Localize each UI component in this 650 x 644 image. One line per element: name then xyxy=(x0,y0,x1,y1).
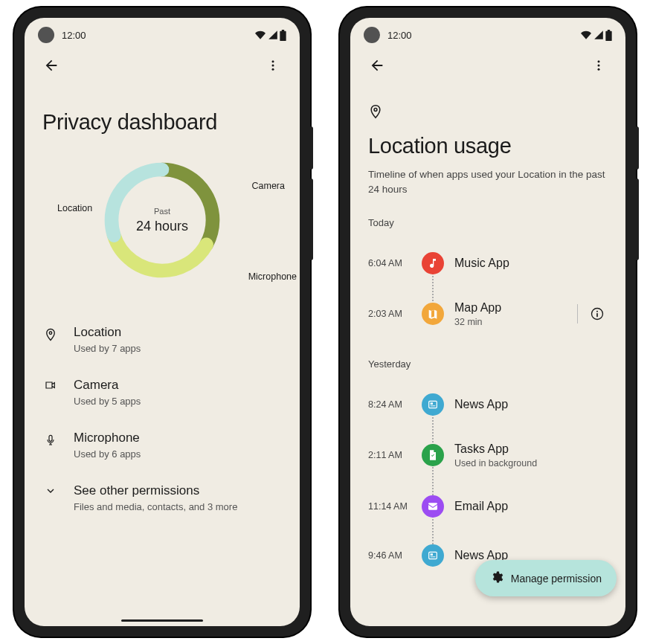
timeline-app-name: Tasks App xyxy=(454,442,608,456)
timeline-app-sub: 32 min xyxy=(454,317,565,327)
app-icon-email xyxy=(422,495,444,518)
overflow-menu-button[interactable] xyxy=(260,52,286,79)
home-indicator[interactable] xyxy=(121,619,203,622)
news-icon xyxy=(427,550,439,561)
overflow-menu-button[interactable] xyxy=(585,52,612,79)
app-icon-news xyxy=(422,393,444,416)
manage-permission-label: Manage permission xyxy=(511,573,602,585)
phone-side-button xyxy=(636,178,639,260)
app-icon-news xyxy=(422,544,444,567)
timeline-row-music[interactable]: 6:04 AM Music App xyxy=(368,248,608,279)
timeline-time: 6:04 AM xyxy=(368,258,411,268)
permission-row-microphone[interactable]: Microphone Used by 6 apps xyxy=(42,419,282,471)
svg-point-2 xyxy=(272,68,274,71)
back-button[interactable] xyxy=(38,52,65,79)
timeline-row-tasks[interactable]: 2:11 AM Tasks App Used in background xyxy=(368,438,608,473)
page-subtitle: Timeline of when apps used your Location… xyxy=(368,167,608,198)
timeline-app-name: Music App xyxy=(454,257,608,270)
status-bar: 12:00 xyxy=(350,18,625,48)
timeline-time: 2:03 AM xyxy=(368,309,411,319)
section-header-yesterday: Yesterday xyxy=(368,358,608,370)
chart-label-location: Location xyxy=(57,203,92,213)
phone-side-button xyxy=(310,126,313,170)
camera-icon xyxy=(42,378,59,391)
chevron-down-icon xyxy=(42,483,59,497)
svg-rect-13 xyxy=(596,313,598,317)
chart-center-value: 24 hours xyxy=(136,219,188,234)
music-note-icon xyxy=(427,257,439,269)
divider xyxy=(577,304,578,323)
signal-icon xyxy=(268,30,278,40)
more-vert-icon xyxy=(592,59,605,72)
phone-location-usage: 12:00 Location usage Timeline of when ap… xyxy=(340,7,636,637)
svg-point-10 xyxy=(374,109,377,112)
timeline-row-map[interactable]: 2:03 AM Map App 32 min xyxy=(368,297,608,332)
permission-row-camera[interactable]: Camera Used by 5 apps xyxy=(42,366,282,419)
more-vert-icon xyxy=(266,59,280,72)
phone-side-button xyxy=(310,178,313,260)
timeline-row-email[interactable]: 11:14 AM Email App xyxy=(368,491,608,522)
svg-rect-20 xyxy=(431,556,436,557)
row-title: See other permissions xyxy=(74,483,237,498)
app-icon-map xyxy=(422,303,444,325)
timeline-time: 9:46 AM xyxy=(368,550,411,561)
svg-rect-16 xyxy=(431,405,436,406)
wifi-icon xyxy=(254,30,266,40)
status-avatar xyxy=(38,27,54,43)
signal-icon xyxy=(593,30,604,40)
svg-rect-15 xyxy=(431,402,433,405)
svg-point-9 xyxy=(598,68,600,71)
row-title: Microphone xyxy=(74,431,141,445)
svg-point-8 xyxy=(598,65,600,67)
app-icon-music xyxy=(422,252,444,274)
timeline-time: 11:14 AM xyxy=(368,501,411,512)
news-icon xyxy=(427,399,439,410)
battery-icon xyxy=(280,30,286,41)
timeline-app-name: Map App xyxy=(454,301,565,315)
timeline-time: 8:24 AM xyxy=(368,399,411,410)
arrow-back-icon xyxy=(369,57,385,74)
phone-privacy-dashboard: 12:00 Privacy d xyxy=(14,7,310,637)
timeline-row-news[interactable]: 8:24 AM News App xyxy=(368,389,608,420)
app-bar xyxy=(350,48,625,83)
usage-donut-chart: Camera Location Microphone Past 24 hours xyxy=(42,157,282,283)
chart-label-microphone: Microphone xyxy=(248,271,297,282)
status-avatar xyxy=(364,27,380,43)
app-icon-tasks xyxy=(422,444,444,466)
location-pin-icon xyxy=(368,103,608,123)
page-title: Location usage xyxy=(368,134,608,158)
timeline-app-sub: Used in background xyxy=(454,458,608,468)
svg-point-7 xyxy=(598,60,600,62)
status-time: 12:00 xyxy=(62,30,86,41)
back-button[interactable] xyxy=(364,52,390,79)
row-subtitle: Files and media, contacts, and 3 more xyxy=(74,501,237,512)
wifi-icon xyxy=(580,30,592,40)
phone-side-button xyxy=(636,126,639,170)
section-header-today: Today xyxy=(368,217,608,228)
row-subtitle: Used by 7 apps xyxy=(74,343,141,354)
svg-point-1 xyxy=(272,65,274,67)
chart-label-camera: Camera xyxy=(252,181,285,191)
permission-row-location[interactable]: Location Used by 7 apps xyxy=(42,313,282,366)
map-icon xyxy=(427,308,439,320)
svg-rect-17 xyxy=(428,503,437,509)
timeline-time: 2:11 AM xyxy=(368,450,411,460)
file-icon xyxy=(427,449,439,461)
timeline-app-name: Email App xyxy=(454,500,608,513)
row-title: Location xyxy=(74,325,141,340)
info-button[interactable] xyxy=(587,303,608,324)
manage-permission-button[interactable]: Manage permission xyxy=(475,560,617,596)
svg-point-6 xyxy=(49,332,51,334)
location-pin-icon xyxy=(42,325,59,343)
row-subtitle: Used by 5 apps xyxy=(74,396,141,407)
battery-icon xyxy=(605,30,612,41)
row-title: Camera xyxy=(74,378,141,393)
status-bar: 12:00 xyxy=(25,18,300,48)
page-title: Privacy dashboard xyxy=(42,110,282,135)
info-icon xyxy=(590,306,605,321)
svg-rect-19 xyxy=(431,553,433,556)
chart-center-caption: Past xyxy=(154,207,170,216)
timeline-app-name: News App xyxy=(454,398,608,411)
permission-row-other[interactable]: See other permissions Files and media, c… xyxy=(42,471,282,524)
microphone-icon xyxy=(42,431,59,448)
